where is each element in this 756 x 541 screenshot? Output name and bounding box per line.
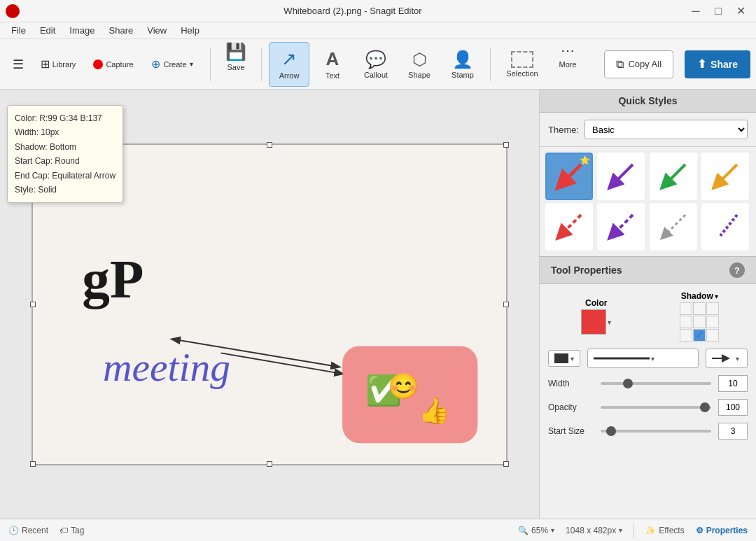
style-item-2[interactable]: [597, 153, 645, 200]
recent-icon: 🕒: [8, 526, 19, 535]
style-item-5[interactable]: [545, 203, 593, 251]
style-preview-6: [603, 209, 638, 244]
start-size-slider[interactable]: [601, 430, 711, 433]
right-panel: Quick Styles Theme: Basic Modern Classic…: [539, 90, 756, 519]
close-button[interactable]: ✕: [731, 4, 750, 18]
style-item-1[interactable]: ⭐: [545, 153, 593, 200]
search-icon: 🔍: [518, 526, 528, 535]
line-color-swatch: [554, 353, 568, 363]
start-size-row: Start Size 3: [548, 423, 748, 440]
create-chevron-icon: ▾: [190, 60, 193, 68]
menu-view[interactable]: View: [141, 24, 172, 37]
arrow-end-selector[interactable]: ▾: [706, 349, 748, 368]
tooltip-shadow: Shadow: Bottom: [15, 140, 115, 154]
style-preview-2: [603, 159, 638, 194]
tooltip-color: Color: R:99 G:34 B:137: [15, 111, 115, 125]
opacity-thumb[interactable]: [700, 402, 710, 412]
arrow-tool-button[interactable]: ↗ Arrow: [269, 42, 309, 87]
maximize-button[interactable]: □: [708, 4, 728, 18]
save-icon: 💾: [225, 42, 246, 62]
menu-share[interactable]: Share: [104, 24, 139, 37]
minimize-button[interactable]: ─: [686, 4, 706, 18]
selection-icon: [511, 51, 533, 68]
text-tool-button[interactable]: A Text: [312, 42, 353, 87]
stamp-tool-button[interactable]: 👤 Stamp: [442, 42, 483, 87]
selection-label: Selection: [506, 69, 538, 78]
menu-file[interactable]: File: [6, 24, 31, 37]
style-preview-5: [552, 209, 587, 244]
theme-row: Theme: Basic Modern Classic: [540, 113, 756, 147]
arrow-icon: ↗: [281, 48, 297, 70]
opacity-value[interactable]: 100: [718, 399, 748, 416]
shadow-cell-br[interactable]: [706, 329, 719, 342]
start-size-label: Start Size: [548, 426, 594, 436]
menu-help[interactable]: Help: [175, 24, 205, 37]
shadow-dropdown-icon[interactable]: ▾: [715, 293, 718, 300]
dimensions-chevron-icon[interactable]: ▾: [619, 526, 622, 534]
style-item-4[interactable]: [701, 153, 749, 200]
line-style-chevron-icon: ▾: [651, 355, 654, 363]
text-icon: A: [326, 48, 340, 70]
shadow-cell-tl[interactable]: [680, 302, 692, 315]
stamp-icon: 👤: [452, 50, 473, 69]
shadow-cell-bl[interactable]: [680, 329, 692, 342]
shadow-cell-tm[interactable]: [693, 302, 706, 315]
window-controls: ─ □ ✕: [686, 4, 750, 18]
width-thumb[interactable]: [623, 379, 633, 388]
effects-button[interactable]: ✨ Effects: [645, 526, 684, 535]
color-swatch[interactable]: [581, 309, 606, 335]
start-size-value[interactable]: 3: [718, 423, 748, 440]
text-label: Text: [326, 71, 340, 80]
callout-tool-button[interactable]: 💬 Callout: [356, 42, 396, 87]
menu-toggle-button[interactable]: ☰: [6, 42, 31, 87]
menu-edit[interactable]: Edit: [34, 24, 61, 37]
more-button[interactable]: ⋯ More: [550, 42, 586, 87]
arrow-label: Arrow: [279, 71, 300, 80]
tool-props-title: Tool Properties: [551, 265, 622, 276]
arrow-end-chevron-icon: ▾: [736, 355, 739, 363]
dimensions-display: 1048 x 482px ▾: [566, 526, 622, 535]
style-item-3[interactable]: [650, 153, 697, 200]
line-style-selector[interactable]: ▾: [587, 349, 699, 368]
share-button[interactable]: ⬆ Share: [685, 50, 750, 78]
color-chevron-icon[interactable]: ▾: [608, 318, 611, 326]
tag-label: Tag: [71, 526, 84, 535]
theme-select[interactable]: Basic Modern Classic: [584, 120, 748, 139]
properties-icon: ⚙: [696, 526, 704, 535]
style-item-6[interactable]: [597, 203, 645, 251]
copy-all-button[interactable]: ⧉ Copy All: [604, 50, 673, 78]
help-button[interactable]: ?: [729, 262, 745, 278]
save-button[interactable]: 💾 Save: [218, 42, 254, 87]
theme-label: Theme:: [548, 125, 579, 135]
create-button[interactable]: ⊕ Create ▾: [144, 42, 200, 87]
zoom-control[interactable]: 🔍 65% ▾: [518, 526, 554, 535]
shadow-label: Shadow: [681, 291, 713, 301]
svg-line-2: [557, 164, 581, 188]
width-value[interactable]: 10: [718, 375, 748, 392]
shadow-cell-mm[interactable]: [693, 316, 706, 328]
start-size-thumb[interactable]: [606, 426, 616, 436]
toolbar: ☰ ⊞ Library Capture ⊕ Create ▾ 💾 Save ↗ …: [0, 39, 756, 90]
style-item-8[interactable]: [701, 203, 749, 251]
capture-button[interactable]: Capture: [85, 42, 141, 87]
properties-label: Properties: [706, 526, 748, 535]
width-slider[interactable]: [601, 382, 711, 385]
create-label: Create: [163, 60, 186, 69]
shadow-cell-mr[interactable]: [706, 316, 719, 328]
tooltip-width: Width: 10px: [15, 125, 115, 139]
style-item-7[interactable]: [650, 203, 697, 251]
shadow-cell-tr[interactable]: [706, 302, 719, 315]
selection-tool-button[interactable]: Selection: [498, 42, 547, 87]
drawing-meeting: meeting: [103, 345, 230, 389]
shadow-cell-bm[interactable]: ✓: [693, 329, 706, 342]
library-button[interactable]: ⊞ Library: [34, 42, 83, 87]
tag-button[interactable]: 🏷 Tag: [59, 526, 84, 535]
properties-button[interactable]: ⚙ Properties: [696, 526, 748, 535]
recent-button[interactable]: 🕒 Recent: [8, 526, 48, 535]
color-shadow-row: Color ▾ Shadow ▾: [548, 291, 748, 342]
opacity-slider[interactable]: [601, 406, 711, 409]
menu-image[interactable]: Image: [64, 24, 100, 37]
shape-tool-button[interactable]: ⬡ Shape: [399, 42, 440, 87]
shadow-cell-ml[interactable]: [680, 316, 692, 328]
line-color-button[interactable]: ▾: [548, 350, 580, 367]
